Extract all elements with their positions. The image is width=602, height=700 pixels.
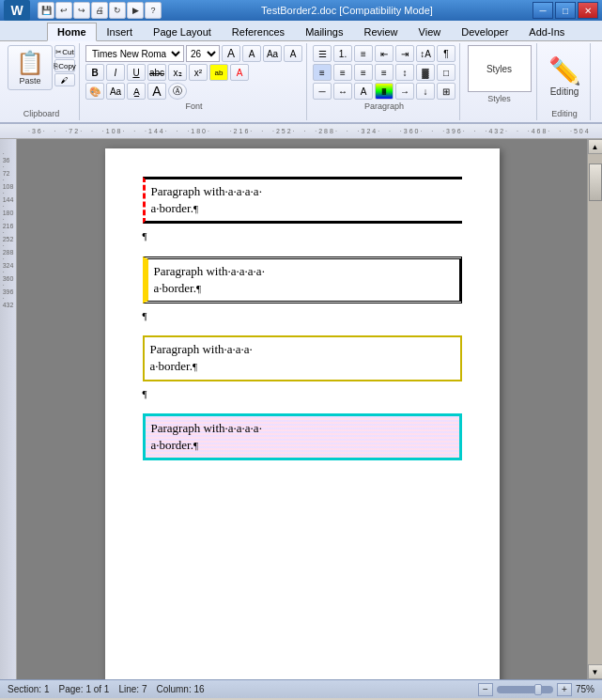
shading-para-button[interactable]: ▓ <box>416 64 435 81</box>
tab-home[interactable]: Home <box>47 23 97 41</box>
shrink-font-button[interactable]: A <box>242 45 261 62</box>
paste-button[interactable]: 📋 Paste <box>8 45 53 90</box>
tab-review[interactable]: Review <box>353 22 408 40</box>
paragraph-marker-1: ¶ <box>143 227 462 244</box>
scroll-thumb[interactable] <box>589 163 602 201</box>
tab-insert[interactable]: Insert <box>97 22 144 40</box>
clipboard-content: 📋 Paste ✂ Cut ⎘ Copy 🖌 <box>8 45 75 107</box>
tab-view[interactable]: View <box>409 22 452 40</box>
align-right-button[interactable]: ≡ <box>354 64 373 81</box>
ruler-marks: ·36· · ·72· · ·108· · ·144· · ·180· · ·2… <box>28 128 591 134</box>
vertical-scrollbar[interactable]: ▲ ▼ <box>587 139 602 679</box>
zoom-plus-button[interactable]: + <box>557 683 572 696</box>
scroll-track[interactable] <box>588 154 603 664</box>
justify-button[interactable]: ≡ <box>375 64 394 81</box>
pilcrow-button[interactable]: ¶ <box>437 45 455 62</box>
decrease-indent-button[interactable]: ⇤ <box>375 45 394 62</box>
align-left-button[interactable]: ≡ <box>313 64 332 81</box>
aa-button[interactable]: Aa <box>106 83 125 100</box>
scroll-down-button[interactable]: ▼ <box>588 664 603 679</box>
circle-a-button[interactable]: Ⓐ <box>168 83 187 100</box>
restore-button[interactable]: □ <box>555 2 576 19</box>
status-right: − + 75% <box>478 683 594 696</box>
font-color-button[interactable]: A <box>230 64 249 81</box>
para-row-2: ≡ ≡ ≡ ≡ ↕ ▓ □ <box>313 64 455 81</box>
editing-label: Editing <box>551 109 578 118</box>
copy-button[interactable]: ⎘ Copy <box>54 59 75 72</box>
text-highlight-button[interactable]: ab <box>209 64 228 81</box>
undo-icon[interactable]: ↩ <box>55 2 72 19</box>
multilevel-button[interactable]: ≡ <box>354 45 373 62</box>
color-swatch[interactable]: ▓ <box>375 83 394 100</box>
grow-font-button[interactable]: A <box>222 45 240 62</box>
font-size-select[interactable]: 26 <box>186 45 220 62</box>
paragraph-marker-3: ¶ <box>143 385 462 402</box>
scroll-up-button[interactable]: ▲ <box>588 139 603 154</box>
tab-add-ins[interactable]: Add-Ins <box>518 22 575 40</box>
border-style-2[interactable]: ↔ <box>333 83 352 100</box>
redo-icon[interactable]: ↪ <box>73 2 90 19</box>
document-page[interactable]: Paragraph with·a·a·a·a·a·border.¶ ¶ Para… <box>105 148 500 679</box>
print-icon[interactable]: 🖨 <box>91 2 108 19</box>
font-size-large[interactable]: A <box>147 83 166 100</box>
left-ruler: ·36·72· 108·144· 180·216· 252·288· 324·3… <box>0 139 17 679</box>
window-controls[interactable]: ─ □ ✕ <box>533 2 598 19</box>
title-bar-left: W 💾 ↩ ↪ 🖨 ↻ ▶ ? <box>4 0 162 21</box>
subscript-button[interactable]: x₂ <box>168 64 187 81</box>
border-style-3[interactable]: A <box>354 83 373 100</box>
cut-button[interactable]: ✂ Cut <box>54 45 75 58</box>
strikethrough-button[interactable]: abc <box>147 64 166 81</box>
bold-button[interactable]: B <box>85 64 104 81</box>
italic-button[interactable]: I <box>106 64 125 81</box>
underline-button[interactable]: U <box>127 64 146 81</box>
update-icon[interactable]: ↻ <box>109 2 126 19</box>
paragraph-block-3: Paragraph with·a·a·a·a·border.¶ ¶ <box>143 335 462 402</box>
debug-icon[interactable]: ▶ <box>127 2 144 19</box>
clear-format-button[interactable]: A <box>284 45 302 62</box>
numbering-button[interactable]: 1. <box>333 45 352 62</box>
sort-button[interactable]: ↕A <box>416 45 435 62</box>
tab-mailings[interactable]: Mailings <box>295 22 353 40</box>
zoom-minus-button[interactable]: − <box>478 683 493 696</box>
expand-button[interactable]: ⊞ <box>437 83 455 100</box>
font-label: Font <box>185 101 202 111</box>
increase-indent-button[interactable]: ⇥ <box>395 45 414 62</box>
arrow-button[interactable]: → <box>395 83 414 100</box>
zoom-thumb[interactable] <box>534 684 542 695</box>
border-style-1[interactable]: ─ <box>313 83 332 100</box>
window-title: TestBorder2.doc [Compatibility Mode] <box>162 5 533 16</box>
word-icon: W <box>4 0 30 21</box>
down-arrow-button[interactable]: ↓ <box>416 83 435 100</box>
zoom-slider[interactable] <box>497 686 553 693</box>
clipboard-group: 📋 Paste ✂ Cut ⎘ Copy 🖌 Clipboard <box>4 43 80 120</box>
font-face-select[interactable]: Times New Roman <box>85 45 184 62</box>
styles-box[interactable]: Styles <box>468 45 532 92</box>
line-spacing-button[interactable]: ↕ <box>395 64 414 81</box>
align-center-button[interactable]: ≡ <box>333 64 352 81</box>
tab-references[interactable]: References <box>222 22 295 40</box>
superscript-button[interactable]: x² <box>189 64 208 81</box>
save-icon[interactable]: 💾 <box>38 2 54 19</box>
zoom-level: 75% <box>576 684 594 694</box>
minimize-button[interactable]: ─ <box>533 2 553 19</box>
help-icon[interactable]: ? <box>145 2 162 19</box>
document-scroll[interactable]: Paragraph with·a·a·a·a·a·border.¶ ¶ Para… <box>17 139 587 679</box>
bullets-button[interactable]: ☰ <box>313 45 332 62</box>
paragraph-border-2: Paragraph with·a·a·a·a·a·border.¶ <box>143 257 462 303</box>
format-painter-button[interactable]: 🖌 <box>54 73 75 86</box>
tab-page-layout[interactable]: Page Layout <box>143 22 222 40</box>
title-bar: W 💾 ↩ ↪ 🖨 ↻ ▶ ? TestBorder2.doc [Compati… <box>0 0 602 21</box>
tab-developer[interactable]: Developer <box>451 22 518 40</box>
para-row-3: ─ ↔ A ▓ → ↓ ⊞ <box>313 83 455 100</box>
status-left: Section: 1 Page: 1 of 1 Line: 7 Column: … <box>8 684 205 694</box>
paragraph-text-3: Paragraph with·a·a·a·a·border.¶ <box>150 342 253 373</box>
paste-icon: 📋 <box>16 50 44 76</box>
font-effects-button[interactable]: A̲ <box>127 83 146 100</box>
border-button[interactable]: □ <box>437 64 455 81</box>
change-case-button[interactable]: Aa <box>263 45 282 62</box>
paragraph-block-4: Paragraph with·a·a·a·a·a·border.¶ <box>143 413 462 460</box>
paragraph-text-1: Paragraph with·a·a·a·a·a·border.¶ <box>151 184 262 215</box>
close-button[interactable]: ✕ <box>578 2 598 19</box>
shading-button[interactable]: 🎨 <box>85 83 104 100</box>
status-page: Page: 1 of 1 <box>58 684 109 694</box>
